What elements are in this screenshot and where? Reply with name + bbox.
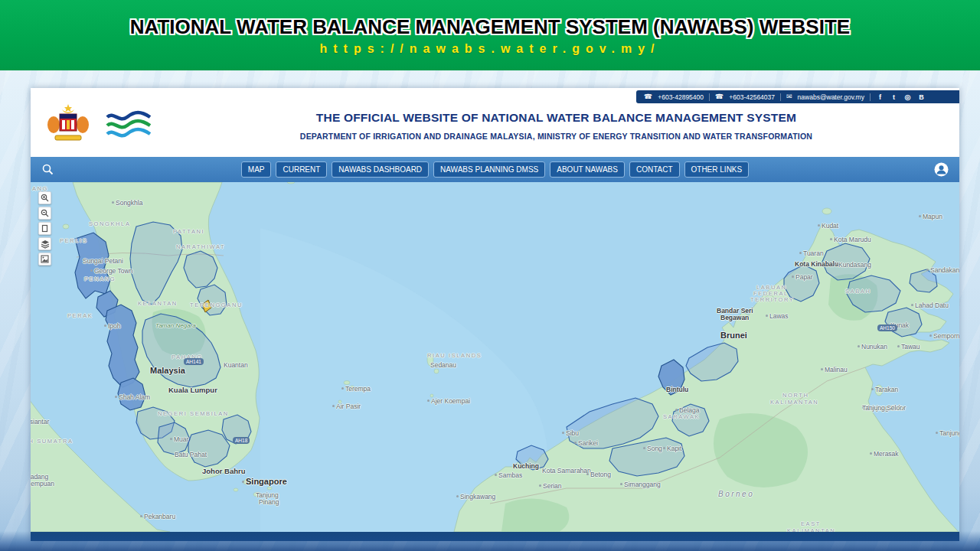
layers-button[interactable] [38, 237, 51, 250]
map-label: Lawas [766, 312, 789, 320]
main-navbar: MAPCURRENTNAWABS DASHBOARDNAWABS PLANNIN… [31, 157, 959, 182]
map-label: NORTH SUMATRA [31, 438, 74, 445]
map-label: Sandakan [926, 266, 959, 274]
banner-url: https://nawabs.water.gov.my/ [319, 42, 660, 56]
basemap-button[interactable] [38, 253, 51, 266]
map-label: NEGERI SEMBILAN [158, 410, 229, 417]
blog-icon[interactable]: B [917, 93, 926, 101]
facebook-icon[interactable]: f [876, 93, 884, 101]
email-address[interactable]: nawabs@water.gov.my [798, 93, 864, 101]
map-label: FEDERAL [753, 290, 789, 297]
nav-item-other-links[interactable]: OTHER LINKS [684, 161, 750, 178]
map-label: Ipoh [104, 322, 121, 330]
search-icon[interactable] [41, 163, 54, 176]
nav-item-nawabs-dashboard[interactable]: NAWABS DASHBOARD [332, 161, 429, 178]
map-label: Semporna [929, 332, 959, 340]
user-account-icon[interactable] [934, 162, 949, 177]
nav-item-about-nawabs[interactable]: ABOUT NAWABS [550, 161, 625, 178]
map-label: Batu Pahat [175, 451, 207, 458]
map-label: Padang [31, 473, 48, 481]
instagram-icon[interactable]: ◎ [903, 93, 912, 101]
map-label: Sarikei [574, 439, 598, 447]
road-badge: AH18 [233, 437, 250, 444]
basins-map[interactable]: ANGSongkhlaSONGKHLAPATTANINARATHIWATPERL… [31, 182, 959, 532]
fax-icon: ☎ [715, 93, 724, 100]
map-label: Songkhla [112, 199, 142, 207]
map-label: Kuching [513, 462, 539, 470]
page: { "banner": { "title": "NATIONAL WATER B… [0, 0, 980, 551]
map-label: RIAU ISLANDS [427, 352, 482, 359]
map-label: Singapore [242, 477, 287, 486]
map-label: Sungai Petani [83, 257, 123, 265]
map-label: Merasak [870, 450, 899, 458]
map-label: Bandar Seri [717, 307, 753, 315]
map-label: Sibu [562, 429, 579, 437]
nav-item-contact[interactable]: CONTACT [629, 161, 680, 178]
map-label: Taman Negara [155, 322, 196, 329]
map-label: Air Pasir [332, 403, 361, 410]
map-label: Bintulu [666, 386, 688, 393]
map-label: NARATHIWAT [176, 243, 225, 250]
nav-button-group: MAPCURRENTNAWABS DASHBOARDNAWABS PLANNIN… [241, 161, 749, 178]
map-label: Sambas [495, 471, 522, 479]
nav-item-current[interactable]: CURRENT [276, 161, 327, 178]
map-label: Kunak [887, 321, 909, 329]
map-label: Malaysia [150, 366, 185, 375]
banner-title: NATIONAL WATER BALANCE MANAGEMENT SYSTEM… [130, 15, 850, 39]
divider [870, 93, 871, 101]
map-label: Pinang [259, 498, 279, 506]
map-label: SONGKHLA [89, 220, 130, 227]
site-subtitle: DEPARTMENT OF IRRIGATION AND DRAINAGE MA… [161, 132, 952, 141]
phone-number-1[interactable]: +603-42895400 [658, 93, 704, 101]
map-label: Nunukan [858, 343, 887, 350]
map-label: Lahad Datu [911, 302, 949, 309]
map-label: KELANTAN [138, 300, 178, 307]
map-label: Terempa [341, 385, 371, 393]
full-extent-button[interactable] [38, 222, 51, 235]
map-label: Betong [586, 471, 611, 478]
map-label: EAST [801, 520, 821, 527]
map-label: Tanjung Selor [862, 404, 906, 412]
map-label: Kota Kinabalu [795, 260, 838, 268]
map-label: Mapun [919, 213, 942, 220]
divider [780, 93, 781, 101]
map-label: Tanjungredeb [936, 429, 959, 437]
map-label: Tanjung Selor [862, 404, 902, 412]
nav-item-nawabs-planning-dmss[interactable]: NAWABS PLANNING DMSS [433, 161, 545, 178]
map-label: Brunei [720, 331, 747, 340]
map-label: SABAH [845, 288, 871, 295]
zoom-out-button[interactable] [38, 207, 51, 220]
map-toolbar [38, 191, 51, 266]
map-label: PENANG [84, 276, 116, 282]
map-label: NORTH [782, 392, 809, 399]
twitter-icon[interactable]: t [890, 93, 898, 101]
map-label: Kota Samarahan [542, 467, 591, 474]
map-label: Pematangsiantar [31, 418, 49, 425]
site-footer-bar [31, 532, 959, 541]
map-label: Kapit [663, 445, 681, 452]
map-label: Sidempuan [31, 480, 54, 487]
nav-item-map[interactable]: MAP [241, 161, 272, 178]
map-label: Tuaran [799, 249, 824, 257]
road-badge: AH150 [877, 324, 897, 331]
map-label: Kuantan [224, 361, 248, 369]
map-label: Tawau [897, 343, 920, 350]
map-label: George Town [90, 267, 132, 275]
map-label: Ajer Koempai [427, 397, 470, 405]
phone-icon: ☎ [644, 93, 652, 100]
map-label: Kundasang [835, 261, 871, 269]
map-label: Singkawang [456, 493, 495, 500]
map-label: PERAK [67, 312, 93, 319]
map-labels-layer: ANGSongkhlaSONGKHLAPATTANINARATHIWATPERL… [31, 182, 959, 532]
website-window: ☎ +603-42895400 ☎ +603-42564037 ✉ nawabs… [31, 88, 959, 541]
map-label: Begawan [720, 314, 749, 321]
malaysia-coat-of-arms-logo [44, 103, 92, 143]
map-label: PERLIS [60, 237, 87, 244]
map-label: Malinau [821, 366, 848, 373]
map-label: Papar [792, 273, 813, 281]
zoom-in-button[interactable] [38, 191, 51, 204]
phone-number-2[interactable]: +603-42564037 [729, 93, 775, 101]
water-department-logo [106, 109, 152, 140]
map-label: Simanggang [620, 481, 661, 488]
map-label: Tarakan [871, 386, 898, 393]
